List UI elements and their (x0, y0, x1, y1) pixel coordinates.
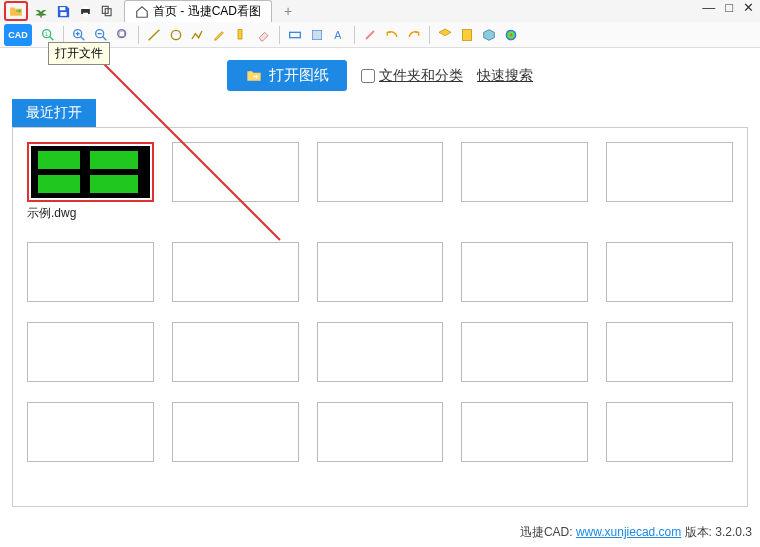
empty-slot[interactable] (317, 322, 444, 382)
svg-rect-1 (59, 7, 65, 10)
text-icon[interactable]: A (329, 25, 349, 45)
title-bar: 首页 - 迅捷CAD看图 + — □ ✕ (0, 0, 760, 22)
area-icon[interactable] (307, 25, 327, 45)
minimize-button[interactable]: — (702, 0, 715, 15)
open-file-button[interactable] (4, 1, 28, 21)
empty-slot[interactable] (172, 322, 299, 382)
redo-icon[interactable] (404, 25, 424, 45)
folder-category-label: 文件夹和分类 (379, 67, 463, 85)
zoom-window-icon[interactable] (113, 25, 133, 45)
svg-point-20 (171, 30, 180, 39)
clear-icon[interactable] (360, 25, 380, 45)
svg-line-15 (102, 36, 106, 40)
print-icon[interactable] (76, 2, 94, 20)
svg-rect-22 (290, 32, 301, 37)
svg-rect-25 (462, 29, 471, 40)
empty-slot[interactable] (27, 402, 154, 462)
empty-slot[interactable] (461, 402, 588, 462)
maximize-button[interactable]: □ (725, 0, 733, 15)
folder-category-checkbox[interactable]: 文件夹和分类 (361, 67, 463, 85)
circle-icon[interactable] (166, 25, 186, 45)
footer-url[interactable]: www.xunjiecad.com (576, 525, 681, 539)
empty-slot[interactable] (317, 242, 444, 302)
svg-text:A: A (334, 29, 342, 41)
polyline-icon[interactable] (188, 25, 208, 45)
svg-line-8 (49, 36, 53, 40)
footer-prefix: 迅捷CAD: (520, 525, 576, 539)
svg-point-26 (506, 29, 517, 40)
svg-rect-2 (60, 12, 66, 16)
footer-version: 3.2.0.3 (715, 525, 752, 539)
svg-line-19 (149, 29, 160, 40)
empty-slot[interactable] (317, 142, 444, 202)
layers-icon[interactable] (435, 25, 455, 45)
line-icon[interactable] (144, 25, 164, 45)
highlight-icon[interactable] (232, 25, 252, 45)
close-button[interactable]: ✕ (743, 0, 754, 15)
undo-icon[interactable] (382, 25, 402, 45)
footer-version-label: 版本: (681, 525, 715, 539)
svg-line-11 (80, 36, 84, 40)
empty-slot[interactable] (27, 242, 154, 302)
empty-slot[interactable] (461, 322, 588, 382)
file-thumbnail (27, 142, 154, 202)
quick-search-link[interactable]: 快速搜索 (477, 67, 533, 85)
tab-home[interactable]: 首页 - 迅捷CAD看图 (124, 0, 272, 22)
new-tab-button[interactable]: + (278, 3, 298, 19)
file-item[interactable]: 示例.dwg (27, 142, 154, 222)
home-icon (135, 5, 149, 19)
empty-slot[interactable] (606, 142, 733, 202)
empty-slot[interactable] (172, 142, 299, 202)
svg-rect-23 (312, 30, 321, 39)
copy-icon[interactable] (98, 2, 116, 20)
tooltip: 打开文件 (48, 42, 110, 65)
tab-label: 首页 - 迅捷CAD看图 (153, 3, 261, 20)
save-icon[interactable] (54, 2, 72, 20)
open-button-label: 打开图纸 (269, 66, 329, 85)
empty-slot[interactable] (461, 242, 588, 302)
svg-rect-0 (40, 12, 41, 17)
toolbar: CAD 1 A (0, 22, 760, 48)
app-logo: CAD (4, 24, 32, 46)
palette-icon[interactable] (501, 25, 521, 45)
empty-slot[interactable] (172, 402, 299, 462)
empty-slot[interactable] (606, 242, 733, 302)
svg-rect-4 (83, 12, 88, 16)
folder-icon (245, 68, 263, 84)
main-content: 打开图纸 文件夹和分类 快速搜索 最近打开 示例.dwg (0, 48, 760, 519)
dimension-icon[interactable] (285, 25, 305, 45)
empty-slot[interactable] (606, 402, 733, 462)
eraser-icon[interactable] (254, 25, 274, 45)
box-icon[interactable] (479, 25, 499, 45)
svg-rect-3 (83, 5, 88, 8)
empty-slot[interactable] (461, 142, 588, 202)
checkbox-input[interactable] (361, 69, 375, 83)
empty-slot[interactable] (317, 402, 444, 462)
footer: 迅捷CAD: www.xunjiecad.com 版本: 3.2.0.3 (520, 524, 752, 541)
svg-rect-18 (119, 31, 124, 36)
pencil-icon[interactable] (210, 25, 230, 45)
book-icon[interactable] (457, 25, 477, 45)
empty-slot[interactable] (606, 322, 733, 382)
svg-rect-21 (238, 29, 242, 38)
recent-files-panel: 示例.dwg (12, 127, 748, 507)
empty-slot[interactable] (172, 242, 299, 302)
empty-slot[interactable] (27, 322, 154, 382)
file-name: 示例.dwg (27, 205, 154, 222)
palm-icon[interactable] (32, 2, 50, 20)
open-drawing-button[interactable]: 打开图纸 (227, 60, 347, 91)
recent-header: 最近打开 (12, 99, 96, 127)
svg-text:1: 1 (45, 30, 48, 36)
